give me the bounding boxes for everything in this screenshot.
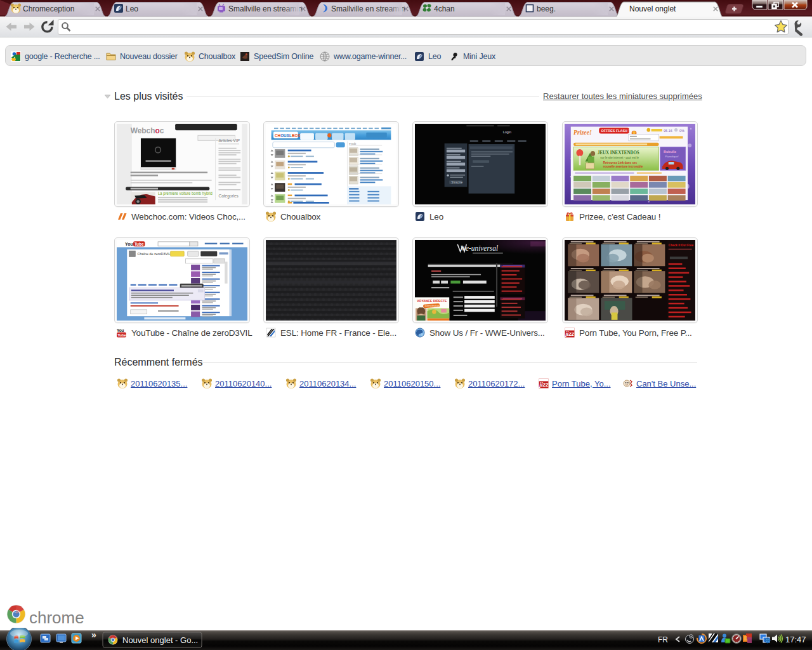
svg-text:Retrouvez Link dans ses: Retrouvez Link dans ses (603, 161, 638, 164)
svg-text:»: » (91, 630, 96, 640)
svg-text:La premiere voiture bomb hybri: La premiere voiture bomb hybrid (158, 191, 213, 196)
svg-text:Nouvel onglet: Nouvel onglet (629, 4, 676, 13)
svg-text:95.16: 95.16 (664, 128, 672, 132)
svg-text:0%: 0% (679, 128, 684, 132)
svg-text:sur le site internet - quoi es: sur le site internet - quoi est le (600, 156, 639, 159)
svg-text:17:47: 17:47 (785, 635, 806, 644)
svg-text:4chan: 4chan (434, 4, 455, 13)
svg-text:Nouvel onglet - Go...: Nouvel onglet - Go... (122, 635, 198, 645)
svg-text:OFFRES FLASH ?: OFFRES FLASH ? (601, 129, 631, 133)
svg-text:nouvelle aventure incroyable: nouvelle aventure incroyable (603, 165, 643, 168)
svg-text:Prizee!: Prizee! (573, 129, 592, 136)
svg-text:Chromeception: Chromeception (23, 4, 74, 13)
svg-text:We-universal: We-universal (461, 244, 499, 253)
svg-text:Webchoc: Webchoc (131, 126, 164, 135)
svg-text:You: You (117, 328, 124, 333)
svg-text:FR: FR (658, 635, 668, 644)
svg-text:jizz: jizz (565, 331, 575, 337)
svg-text:You: You (125, 241, 133, 247)
svg-text:Articles VIP: Articles VIP (218, 138, 240, 142)
svg-text:beeg.: beeg. (537, 4, 556, 13)
svg-text:JEUX INEXTENDOS: JEUX INEXTENDOS (598, 150, 639, 156)
svg-text:Chaîne de zeroD3VIL: Chaîne de zeroD3VIL (138, 252, 171, 256)
svg-text:Plannifique!: Plannifique! (665, 155, 678, 158)
svg-text:Login: Login (503, 130, 511, 134)
svg-text:Tube: Tube (134, 242, 144, 246)
svg-text:S'inscrire: S'inscrire (451, 181, 462, 184)
svg-text:CHOUALBOX: CHOUALBOX (275, 133, 301, 137)
svg-text:Bubulle: Bubulle (664, 150, 676, 154)
svg-text:Tube: Tube (117, 333, 126, 337)
svg-text:Categories: Categories (218, 193, 239, 198)
svg-text:Check It Out Free: Check It Out Free (669, 244, 694, 247)
svg-text:e-pub: e-pub (349, 142, 357, 145)
svg-text:100%Gratuit: 100%Gratuit (424, 304, 440, 307)
svg-text:Leo: Leo (126, 4, 138, 13)
svg-text:VOYANCE DIRECTE: VOYANCE DIRECTE (417, 299, 447, 303)
svg-text:jizz: jizz (539, 381, 549, 388)
